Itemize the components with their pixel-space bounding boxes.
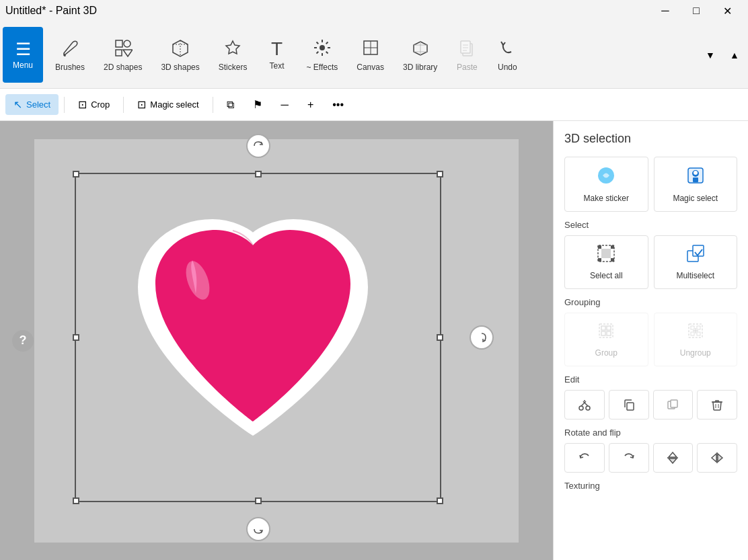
titlebar: Untitled* - Paint 3D ─ □ ✕: [0, 0, 748, 22]
svg-rect-43: [691, 332, 694, 335]
svg-marker-59: [712, 454, 716, 462]
crop-label: Crop: [91, 99, 110, 110]
selection-box[interactable]: [75, 173, 441, 502]
toolbar-more-btn[interactable]: •••: [324, 95, 352, 115]
svg-marker-57: [669, 458, 677, 463]
handle-br[interactable]: [437, 497, 443, 504]
ribbon-expand-button[interactable]: ▼: [700, 44, 721, 66]
title-text: Untitled* - Paint 3D: [5, 5, 97, 17]
ribbon-collapse-button[interactable]: ▲: [724, 44, 745, 66]
svg-rect-44: [697, 332, 700, 335]
duplicate-button[interactable]: [653, 390, 694, 419]
toolbar-minus-btn[interactable]: ─: [273, 95, 297, 115]
magic-select-label: Magic select: [150, 99, 198, 110]
rotate-handle-right[interactable]: [470, 325, 494, 350]
panel-title: 3D selection: [564, 132, 737, 146]
rotate-flip-section-title: Rotate and flip: [564, 428, 737, 438]
svg-rect-50: [627, 403, 634, 410]
group-icon: [597, 321, 615, 344]
close-button[interactable]: ✕: [712, 0, 743, 22]
make-sticker-icon: [596, 165, 616, 190]
magic-select-panel-button[interactable]: Magic select: [654, 157, 738, 212]
handle-tl[interactable]: [73, 171, 79, 177]
window-controls: ─ □ ✕: [650, 0, 743, 22]
canvas-area[interactable]: ?: [0, 121, 553, 560]
help-button[interactable]: ?: [12, 330, 34, 352]
group-button[interactable]: Group: [564, 313, 648, 366]
3d-selection-panel: 3D selection Make sticker: [553, 121, 748, 560]
ribbon-undo[interactable]: Undo: [487, 22, 527, 88]
ribbon-stickers[interactable]: Stickers: [209, 22, 257, 88]
toolbar-extra-btn-1[interactable]: ⧉: [219, 95, 242, 115]
svg-point-45: [579, 406, 583, 410]
select-tool-button[interactable]: ↖ Select: [5, 94, 59, 115]
canvas-label: Canvas: [357, 63, 384, 72]
delete-button[interactable]: [697, 390, 737, 419]
menu-icon: ☰: [15, 40, 31, 58]
rotate-right-button[interactable]: [609, 443, 649, 473]
canvas[interactable]: [34, 139, 519, 543]
toolbar-plus-btn[interactable]: +: [299, 95, 322, 115]
magic-select-tool-button[interactable]: ⊡ Magic select: [129, 94, 207, 115]
crop-tool-button[interactable]: ⊡ Crop: [70, 94, 118, 115]
make-sticker-label: Make sticker: [584, 194, 629, 203]
svg-line-12: [316, 51, 318, 53]
brushes-label: Brushes: [55, 63, 85, 72]
ribbon-text[interactable]: T Text: [256, 22, 297, 88]
select-section-title: Select: [564, 220, 737, 230]
ribbon-2d-shapes[interactable]: 2D shapes: [94, 22, 151, 88]
ribbon-effects[interactable]: ~ Effects: [297, 22, 347, 88]
cut-button[interactable]: [564, 390, 605, 419]
handle-bl[interactable]: [73, 497, 79, 504]
effects-label: ~ Effects: [306, 63, 338, 72]
3d-library-label: 3D library: [403, 63, 437, 72]
brushes-icon: [61, 38, 79, 60]
ungroup-label: Ungroup: [680, 348, 711, 358]
handle-mr[interactable]: [437, 334, 443, 341]
ribbon-menu-button[interactable]: ☰ Menu: [3, 27, 43, 83]
select-all-button[interactable]: Select all: [564, 235, 648, 289]
text-label: Text: [269, 61, 284, 71]
more-icon: •••: [332, 99, 344, 111]
handle-bm[interactable]: [255, 497, 262, 504]
grouping-actions: Group Ungroup: [564, 313, 737, 366]
ungroup-button[interactable]: Ungroup: [654, 313, 738, 366]
ribbon-brushes[interactable]: Brushes: [46, 22, 94, 88]
select-actions: Select all Multiselect: [564, 235, 737, 289]
extra-icon-1: ⧉: [227, 99, 234, 111]
ribbon-3d-shapes[interactable]: 3D shapes: [151, 22, 209, 88]
select-all-icon: [597, 244, 615, 267]
minus-icon: ─: [281, 99, 289, 111]
multiselect-button[interactable]: Multiselect: [654, 235, 738, 289]
grouping-section-title: Grouping: [564, 297, 737, 307]
handle-ml[interactable]: [73, 334, 79, 341]
group-label: Group: [595, 348, 618, 358]
edit-actions: [564, 390, 737, 419]
select-label: Select: [26, 99, 50, 110]
flip-vertical-button[interactable]: [653, 443, 694, 473]
rotate-left-icon: [578, 451, 591, 465]
ribbon-paste[interactable]: Paste: [447, 22, 487, 88]
flip-vertical-icon: [666, 451, 679, 465]
toolbar-extra-btn-2[interactable]: ⚑: [245, 94, 270, 115]
make-sticker-button[interactable]: Make sticker: [564, 157, 648, 212]
maximize-button[interactable]: □: [681, 0, 712, 22]
handle-tm[interactable]: [255, 171, 262, 177]
panel-top-actions: Make sticker Magic select: [564, 157, 737, 212]
flip-horizontal-button[interactable]: [697, 443, 737, 473]
minimize-button[interactable]: ─: [650, 0, 681, 22]
copy-button[interactable]: [609, 390, 649, 419]
rotate-handle-bottom[interactable]: [246, 517, 270, 541]
svg-rect-52: [671, 400, 677, 407]
svg-point-46: [586, 406, 590, 410]
ribbon-canvas[interactable]: Canvas: [347, 22, 394, 88]
extra-icon-2: ⚑: [253, 98, 262, 111]
rotate-left-button[interactable]: [564, 443, 605, 473]
edit-section-title: Edit: [564, 374, 737, 385]
3d-library-icon: [411, 38, 430, 60]
delete-icon: [710, 398, 724, 411]
ribbon-3d-library[interactable]: 3D library: [394, 22, 447, 88]
handle-tr[interactable]: [437, 171, 443, 177]
stickers-icon: [223, 38, 242, 60]
rotate-handle-top[interactable]: [246, 134, 270, 158]
